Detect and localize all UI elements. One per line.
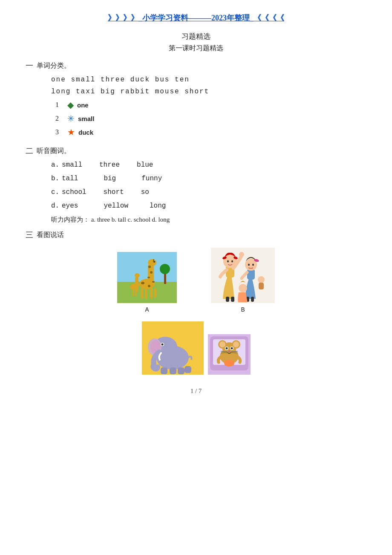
listen-words-a: small three blue [62, 161, 153, 169]
svg-point-73 [224, 360, 234, 367]
svg-point-7 [148, 266, 151, 268]
section1-num: 一 [26, 61, 33, 71]
page-footer: 1 / 7 [26, 387, 366, 395]
section3-num: 三 [26, 230, 33, 240]
listen-answer: 听力内容为： a. three b. tall c. school d. lon… [51, 216, 366, 224]
svg-point-67 [231, 347, 233, 350]
images-row-1: A [26, 248, 366, 314]
listen-label-c: c. [51, 188, 62, 196]
svg-point-32 [227, 260, 229, 263]
classify-item-3: 3 ★ duck [55, 127, 366, 137]
star-icon: ★ [67, 127, 75, 137]
svg-rect-20 [135, 277, 138, 287]
svg-point-6 [148, 259, 156, 266]
images-row-2 [26, 321, 366, 375]
svg-point-39 [248, 264, 250, 266]
svg-point-66 [225, 347, 228, 350]
svg-point-41 [239, 284, 247, 292]
listen-label-a: a. [51, 161, 62, 169]
svg-point-68 [228, 350, 231, 352]
svg-rect-23 [135, 289, 136, 296]
svg-rect-30 [226, 297, 229, 302]
header-title: 》》》》_小学学习资料———2023年整理_《《《《 [108, 14, 284, 22]
classify-num-3: 3 [55, 128, 64, 136]
svg-rect-52 [170, 367, 176, 374]
classify-item-1: 1 ◆ one [55, 100, 366, 110]
elephant-image [142, 321, 204, 375]
answer-content: a. three b. tall c. school d. long [91, 216, 170, 223]
listen-section: a. small three blue b. tall big funny c.… [51, 161, 366, 210]
image-box-B: B [211, 248, 275, 314]
image-box-A: A [117, 252, 177, 314]
svg-point-11 [148, 285, 150, 287]
svg-rect-54 [184, 366, 191, 373]
svg-rect-15 [141, 288, 143, 299]
svg-point-3 [160, 264, 170, 274]
section1-label: 单词分类。 [37, 61, 71, 70]
image-box-mouse [208, 334, 251, 375]
svg-rect-43 [259, 283, 264, 289]
giraffe-image [117, 252, 177, 303]
section1-row1: one small three duck bus ten [51, 76, 366, 84]
classify-word-2: small [78, 115, 94, 122]
page-number: 1 / 7 [190, 387, 202, 394]
svg-point-40 [252, 264, 254, 266]
diamond-icon: ◆ [67, 100, 74, 110]
main-title-text: 习题精选 [182, 32, 210, 40]
listen-row-b: b. tall big funny [51, 175, 366, 182]
listen-row-a: a. small three blue [51, 161, 366, 169]
word-blue: blue [137, 161, 153, 169]
word-so: so [141, 188, 149, 196]
svg-rect-14 [153, 259, 154, 262]
svg-rect-18 [154, 288, 156, 298]
word-big: big [104, 175, 116, 182]
word-short: short [104, 188, 124, 196]
word-long: long [150, 202, 166, 210]
listen-label-d: d. [51, 202, 62, 210]
svg-point-61 [219, 341, 225, 347]
listen-words-c: school short so [62, 188, 149, 196]
sub-title-text: 第一课时习题精选 [169, 44, 223, 52]
section3-header: 三 看图说话 [26, 230, 366, 240]
svg-rect-38 [251, 297, 254, 302]
word-three-a: three [99, 161, 120, 169]
main-title: 习题精选 [26, 32, 366, 41]
word-small: small [62, 161, 82, 169]
classify-items: 1 ◆ one 2 ✳ small 3 ★ duck [55, 100, 366, 137]
svg-rect-53 [178, 367, 184, 374]
classify-word-3: duck [78, 129, 93, 136]
image-box-elephant [142, 321, 204, 375]
svg-point-50 [161, 344, 163, 346]
section2-label: 听音圈词。 [37, 147, 71, 156]
section2-header: 二 听音圈词。 [26, 146, 366, 156]
section1-row2: long taxi big rabbit mouse short [51, 88, 366, 95]
classify-num-1: 1 [55, 101, 64, 109]
classify-word-1: one [77, 101, 89, 109]
svg-point-8 [150, 271, 153, 274]
svg-rect-17 [150, 288, 153, 299]
word-eyes: eyes [62, 202, 78, 210]
svg-point-29 [239, 252, 244, 257]
section1-header: 一 单词分类。 [26, 61, 366, 71]
listen-words-d: eyes yellow long [62, 202, 166, 210]
classify-num-2: 2 [55, 115, 64, 122]
word-tall: tall [62, 175, 78, 182]
sub-title: 第一课时习题精选 [26, 44, 366, 53]
svg-point-33 [231, 260, 233, 263]
snowflake-icon: ✳ [67, 113, 75, 124]
girls-image [211, 248, 275, 303]
word-school: school [62, 188, 86, 196]
answer-prefix: 听力内容为： [51, 216, 89, 223]
image-label-A: A [145, 306, 149, 314]
svg-point-10 [141, 282, 144, 284]
listen-words-b: tall big funny [62, 175, 162, 182]
svg-rect-22 [133, 289, 134, 296]
page-header: 》》》》_小学学习资料———2023年整理_《《《《 [26, 13, 366, 23]
svg-point-9 [147, 277, 150, 278]
listen-row-d: d. eyes yellow long [51, 202, 366, 210]
listen-row-c: c. school short so [51, 188, 366, 196]
svg-point-12 [152, 281, 155, 283]
svg-point-21 [135, 273, 140, 278]
svg-rect-16 [145, 288, 147, 299]
classify-item-2: 2 ✳ small [55, 113, 366, 124]
